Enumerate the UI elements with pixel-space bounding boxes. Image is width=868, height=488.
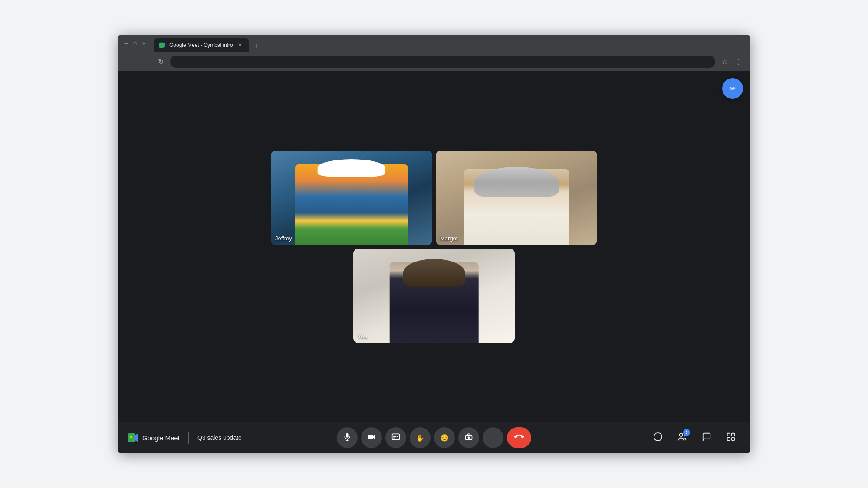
meet-app-name: Google Meet	[142, 434, 180, 442]
active-tab[interactable]: Google Meet - Cymbal intro ✕	[154, 38, 249, 52]
bookmark-icon: ☆	[722, 58, 728, 66]
browser-content: ✏ Jeffrey	[118, 71, 750, 453]
svg-point-21	[680, 433, 683, 436]
camera-icon	[367, 432, 376, 443]
raise-hand-icon: ✋	[416, 434, 424, 442]
reload-button[interactable]: ↻	[155, 56, 167, 68]
margot-figure	[464, 169, 569, 245]
present-icon	[464, 432, 473, 443]
camera-button[interactable]	[361, 427, 382, 448]
meet-controls: ✋ 😊 ⋮	[280, 427, 588, 448]
maximize-icon: □	[134, 41, 137, 46]
address-bar[interactable]	[170, 56, 715, 68]
end-call-button[interactable]	[507, 427, 531, 448]
svg-rect-7	[346, 433, 349, 437]
browser-menu-button[interactable]: ⋮	[733, 56, 745, 68]
emoji-icon: 😊	[440, 434, 449, 442]
video-tile-jeffrey: Jeffrey	[271, 151, 432, 245]
chat-button[interactable]	[696, 427, 717, 448]
you-video	[353, 249, 515, 343]
minimize-icon: ─	[125, 40, 128, 46]
back-icon: ←	[126, 58, 133, 66]
present-button[interactable]	[458, 427, 479, 448]
close-icon: ✕	[142, 41, 146, 46]
svg-point-5	[130, 436, 132, 438]
info-icon	[653, 432, 663, 444]
svg-rect-24	[727, 437, 730, 440]
meet-branding: Google Meet Q3 sales update	[127, 432, 280, 444]
end-call-icon	[514, 432, 524, 444]
edit-icon: ✏	[730, 84, 736, 93]
svg-rect-0	[159, 43, 164, 48]
tab-close-button[interactable]: ✕	[237, 42, 243, 49]
close-button[interactable]: ✕	[141, 40, 147, 46]
margot-label: Margot	[440, 235, 457, 242]
meet-meeting-title: Q3 sales update	[197, 434, 242, 441]
edit-button[interactable]: ✏	[722, 78, 743, 99]
forward-icon: →	[141, 58, 148, 66]
captions-button[interactable]	[385, 427, 406, 448]
new-tab-button[interactable]: +	[250, 40, 263, 52]
window-controls: ─ □ ✕	[123, 40, 147, 46]
minimize-button[interactable]: ─	[123, 40, 129, 46]
forward-button[interactable]: →	[139, 56, 151, 68]
you-figure	[390, 262, 479, 343]
svg-marker-11	[373, 435, 375, 439]
meet-separator	[188, 432, 189, 444]
bottom-video-row: You	[353, 249, 515, 343]
browser-titlebar: ─ □ ✕ Google Meet - Cymbal int	[118, 35, 750, 52]
svg-rect-10	[368, 435, 373, 439]
top-video-row: Jeffrey Margot	[271, 151, 597, 245]
meet-logo	[127, 432, 139, 444]
mic-button[interactable]	[337, 427, 358, 448]
activities-button[interactable]	[720, 427, 741, 448]
nav-right-icons: ☆ ⋮	[719, 56, 745, 68]
reload-icon: ↻	[158, 58, 164, 66]
emoji-button[interactable]: 😊	[434, 427, 455, 448]
svg-marker-1	[164, 43, 165, 47]
maximize-button[interactable]: □	[132, 40, 138, 46]
meet-right-controls: 3	[588, 427, 741, 448]
captions-icon	[391, 432, 400, 443]
svg-marker-4	[135, 434, 138, 442]
jeffrey-figure	[295, 164, 408, 245]
tab-title: Google Meet - Cymbal intro	[169, 42, 233, 48]
svg-rect-23	[732, 433, 734, 436]
raise-hand-button[interactable]: ✋	[410, 427, 431, 448]
chat-icon	[702, 432, 711, 444]
bookmark-button[interactable]: ☆	[719, 56, 731, 68]
activities-icon	[726, 432, 736, 444]
you-label: You	[358, 333, 367, 340]
margot-video	[436, 151, 597, 245]
tab-favicon	[159, 42, 166, 49]
more-options-button[interactable]: ⋮	[483, 427, 503, 448]
jeffrey-video	[271, 151, 432, 245]
mic-icon	[343, 432, 352, 443]
svg-rect-22	[727, 433, 730, 436]
meet-area: ✏ Jeffrey	[118, 71, 750, 422]
svg-rect-25	[732, 437, 734, 440]
browser-navbar: ← → ↻ ☆ ⋮	[118, 52, 750, 71]
video-tile-margot: Margot	[436, 151, 597, 245]
tab-bar: Google Meet - Cymbal intro ✕ +	[154, 35, 745, 52]
participants-wrapper: 3	[672, 427, 693, 448]
jeffrey-label: Jeffrey	[275, 235, 292, 242]
meet-bottom-bar: Google Meet Q3 sales update	[118, 422, 750, 453]
browser-menu-icon: ⋮	[735, 58, 742, 66]
participant-count-badge: 3	[683, 429, 690, 436]
svg-point-17	[468, 437, 469, 438]
info-button[interactable]	[648, 427, 668, 448]
more-options-icon: ⋮	[489, 432, 497, 443]
video-tile-you: You	[353, 249, 515, 343]
back-button[interactable]: ←	[123, 56, 135, 68]
video-grid: Jeffrey Margot	[118, 71, 750, 422]
browser-window: ─ □ ✕ Google Meet - Cymbal int	[118, 35, 750, 453]
